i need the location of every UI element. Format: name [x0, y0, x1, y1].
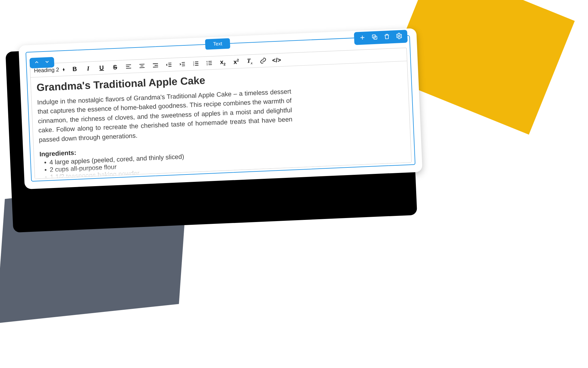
indent-button[interactable] — [178, 60, 187, 68]
chevron-down-icon — [44, 59, 50, 65]
align-left-button[interactable] — [124, 62, 133, 71]
align-left-icon — [125, 63, 132, 70]
subscript-button[interactable]: x2 — [219, 58, 227, 67]
underline-icon: U — [99, 64, 104, 71]
superscript-button[interactable]: x2 — [232, 58, 240, 66]
bold-button[interactable]: B — [70, 65, 79, 73]
subscript-icon: x2 — [220, 58, 226, 67]
ordered-list-icon: 123 — [192, 60, 199, 67]
underline-button[interactable]: U — [97, 63, 106, 72]
indent-icon — [179, 61, 186, 68]
block-actions — [354, 30, 408, 45]
bold-icon: B — [72, 65, 77, 73]
block-type-tab[interactable]: Text — [205, 38, 230, 50]
delete-block-button[interactable] — [383, 33, 390, 41]
document-intro: Indulge in the nostalgic flavors of Gran… — [37, 87, 293, 144]
svg-point-6 — [206, 61, 207, 62]
duplicate-block-button[interactable] — [371, 33, 378, 42]
move-up-button[interactable] — [34, 59, 40, 67]
code-view-button[interactable]: </> — [273, 56, 281, 64]
align-center-button[interactable] — [138, 62, 146, 70]
trash-icon — [383, 33, 390, 40]
add-block-button[interactable] — [359, 34, 366, 42]
plus-icon — [359, 34, 366, 41]
strikethrough-button[interactable]: S — [111, 63, 119, 71]
svg-point-7 — [207, 63, 208, 63]
code-icon: </> — [272, 56, 281, 64]
superscript-icon: x2 — [233, 58, 239, 65]
chevron-up-icon — [34, 59, 40, 65]
align-right-button[interactable] — [151, 61, 160, 70]
block-type-label: Text — [213, 41, 222, 47]
align-right-icon — [152, 62, 159, 69]
link-icon — [260, 57, 267, 64]
svg-text:3: 3 — [193, 64, 194, 66]
svg-point-8 — [207, 64, 208, 65]
clear-format-button[interactable]: Tx — [246, 57, 254, 65]
unordered-list-button[interactable] — [205, 59, 213, 67]
link-button[interactable] — [259, 56, 267, 65]
editor-frame: Text — [25, 35, 415, 182]
outdent-button[interactable] — [165, 61, 173, 69]
italic-icon: I — [87, 65, 89, 72]
copy-icon — [371, 33, 378, 40]
move-down-button[interactable] — [44, 59, 50, 66]
editor-card: Text — [18, 28, 422, 189]
gear-icon — [396, 33, 403, 40]
select-chevrons-icon: ▲▼ — [62, 68, 65, 71]
block-reorder — [29, 57, 54, 68]
italic-button[interactable]: I — [84, 64, 92, 72]
editor-panel: Heading 2 ▲▼ B I U S — [30, 48, 412, 179]
outdent-icon — [165, 61, 172, 68]
block-settings-button[interactable] — [396, 33, 403, 41]
editor-content[interactable]: Grandma's Traditional Apple Cake Indulge… — [31, 61, 411, 178]
ordered-list-button[interactable]: 123 — [192, 59, 200, 68]
clear-format-icon: Tx — [247, 57, 253, 66]
unordered-list-icon — [206, 59, 213, 67]
svg-point-2 — [398, 35, 400, 37]
align-center-icon — [138, 63, 145, 70]
strikethrough-icon: S — [113, 63, 117, 71]
